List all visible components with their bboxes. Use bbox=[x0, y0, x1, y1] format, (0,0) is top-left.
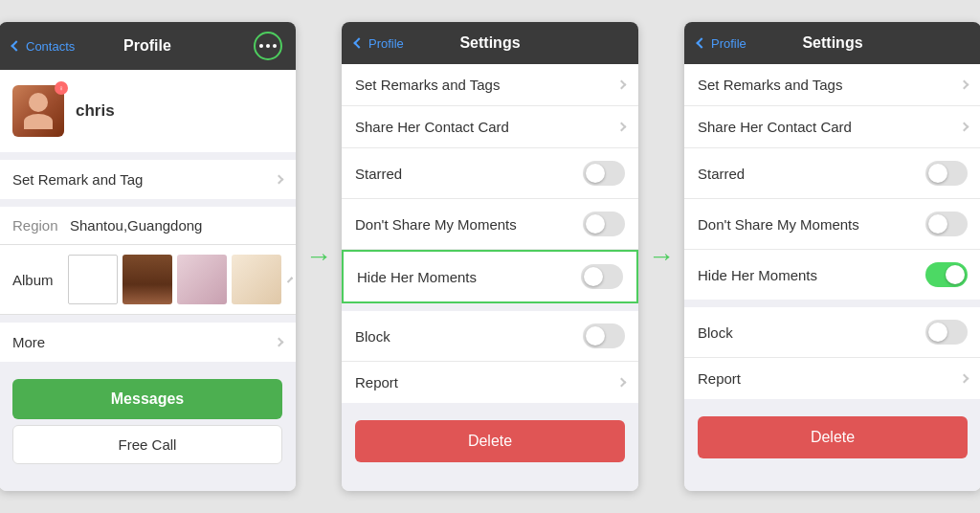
s3-starred-label: Starred bbox=[698, 166, 745, 182]
remarks-chevron-icon bbox=[617, 80, 627, 90]
contact-gender-icon: ♀ bbox=[55, 81, 68, 95]
arrow1-icon: → bbox=[305, 241, 332, 272]
hidemoments-toggle[interactable] bbox=[581, 264, 623, 289]
album-thumb-3[interactable] bbox=[177, 255, 227, 304]
screen3-bottom-section: Block Report bbox=[684, 307, 980, 399]
more-section: More bbox=[0, 323, 296, 362]
settings-row-block[interactable]: Block bbox=[342, 311, 638, 362]
set-remark-label: Set Remark and Tag bbox=[12, 171, 143, 188]
screen1-navbar: Contacts Profile bbox=[0, 22, 296, 70]
s3-settings-row-report[interactable]: Report bbox=[684, 358, 980, 399]
s3-settings-row-block[interactable]: Block bbox=[684, 307, 980, 358]
s3-settings-row-hidemoments[interactable]: Hide Her Moments bbox=[684, 250, 980, 300]
s3-hidemoments-toggle[interactable] bbox=[925, 262, 968, 287]
info-section: Region Shantou,Guangdong Album bbox=[0, 207, 296, 315]
freecall-button[interactable]: Free Call bbox=[12, 425, 282, 464]
settings-row-starred[interactable]: Starred bbox=[342, 148, 638, 199]
screen3-navbar: Profile Settings bbox=[684, 22, 980, 64]
screen2-title: Settings bbox=[459, 34, 520, 52]
album-label: Album bbox=[12, 272, 60, 288]
profile-header: ♀ chris bbox=[0, 70, 296, 152]
screen1-content: ♀ chris Set Remark and Tag Region Shanto… bbox=[0, 70, 296, 491]
screen3-delete-button[interactable]: Delete bbox=[698, 416, 968, 458]
screen1-back[interactable]: Contacts bbox=[12, 39, 75, 54]
contact-name: chris bbox=[76, 101, 115, 121]
s3-settings-row-dontshare[interactable]: Don't Share My Moments bbox=[684, 199, 980, 250]
album-row: Album bbox=[0, 245, 296, 315]
arrow1-container: → bbox=[305, 241, 332, 272]
report-chevron-icon bbox=[617, 378, 627, 388]
report-label: Report bbox=[355, 374, 398, 390]
s3-remarks-label: Set Remarks and Tags bbox=[698, 77, 842, 93]
dot3 bbox=[273, 44, 277, 48]
s3-report-chevron-icon bbox=[960, 374, 969, 384]
screen1-profile: Contacts Profile ♀ chris bbox=[0, 22, 296, 491]
screen2-navbar: Profile Settings bbox=[342, 22, 638, 64]
s3-hidemoments-label: Hide Her Moments bbox=[698, 267, 817, 283]
screen1-title: Profile bbox=[123, 37, 171, 55]
dontshare-label: Don't Share My Moments bbox=[355, 216, 517, 233]
screen2-top-section: Set Remarks and Tags Share Her Contact C… bbox=[342, 64, 638, 303]
screen2-bottom-section: Block Report bbox=[342, 311, 638, 403]
screen3-settings-updated: Profile Settings Set Remarks and Tags Sh… bbox=[684, 22, 980, 491]
set-remark-row[interactable]: Set Remark and Tag bbox=[0, 160, 296, 199]
s3-settings-row-share-contact[interactable]: Share Her Contact Card bbox=[684, 106, 980, 148]
album-images bbox=[68, 255, 281, 304]
screen2-back-chevron-icon bbox=[353, 37, 364, 48]
album-thumb-2[interactable] bbox=[122, 255, 172, 304]
settings-row-report[interactable]: Report bbox=[342, 362, 638, 403]
starred-toggle[interactable] bbox=[583, 161, 625, 186]
region-row: Region Shantou,Guangdong bbox=[0, 207, 296, 245]
screen2-delete-button[interactable]: Delete bbox=[355, 420, 625, 462]
album-thumb-1[interactable] bbox=[68, 255, 118, 304]
screen3-content: Set Remarks and Tags Share Her Contact C… bbox=[684, 64, 980, 491]
dot1 bbox=[259, 44, 263, 48]
screen3-title: Settings bbox=[802, 34, 862, 52]
remarks-label: Set Remarks and Tags bbox=[355, 77, 500, 93]
hidemoments-label: Hide Her Moments bbox=[357, 269, 477, 285]
more-options-button[interactable] bbox=[254, 32, 282, 60]
share-contact-label: Share Her Contact Card bbox=[355, 119, 509, 135]
arrow2-container: → bbox=[648, 241, 675, 272]
region-value: Shantou,Guangdong bbox=[70, 217, 202, 234]
screen2-settings: Profile Settings Set Remarks and Tags Sh… bbox=[342, 22, 638, 491]
settings-row-remarks[interactable]: Set Remarks and Tags bbox=[342, 64, 638, 106]
album-thumb-4[interactable] bbox=[232, 255, 281, 304]
more-row[interactable]: More bbox=[0, 323, 296, 362]
s3-report-label: Report bbox=[698, 370, 741, 387]
s3-dontshare-toggle[interactable] bbox=[925, 212, 968, 236]
block-toggle[interactable] bbox=[583, 323, 625, 348]
screen2-back-label[interactable]: Profile bbox=[368, 36, 404, 51]
screen1-back-label[interactable]: Contacts bbox=[26, 39, 75, 54]
settings-row-share-contact[interactable]: Share Her Contact Card bbox=[342, 106, 638, 148]
album-chevron-icon bbox=[287, 277, 293, 282]
more-label: More bbox=[12, 334, 45, 350]
back-chevron-icon bbox=[11, 40, 21, 51]
region-label: Region bbox=[12, 217, 70, 234]
avatar-wrapper: ♀ bbox=[12, 85, 64, 137]
starred-label: Starred bbox=[355, 166, 402, 182]
s3-remarks-chevron-icon bbox=[960, 80, 969, 90]
s3-dontshare-label: Don't Share My Moments bbox=[698, 216, 859, 233]
s3-share-contact-label: Share Her Contact Card bbox=[698, 119, 852, 135]
screen2-back[interactable]: Profile bbox=[355, 36, 404, 51]
share-contact-chevron-icon bbox=[617, 123, 627, 132]
screen3-top-section: Set Remarks and Tags Share Her Contact C… bbox=[684, 64, 980, 300]
dontshare-toggle[interactable] bbox=[583, 212, 625, 236]
s3-share-contact-chevron-icon bbox=[960, 123, 969, 132]
screen3-back-label[interactable]: Profile bbox=[711, 36, 746, 51]
messages-button[interactable]: Messages bbox=[12, 379, 282, 419]
screen3-back[interactable]: Profile bbox=[698, 36, 746, 51]
set-remark-chevron-icon bbox=[275, 175, 284, 185]
s3-settings-row-starred[interactable]: Starred bbox=[684, 148, 980, 199]
s3-block-toggle[interactable] bbox=[925, 320, 968, 345]
block-label: Block bbox=[355, 328, 390, 345]
s3-settings-row-remarks[interactable]: Set Remarks and Tags bbox=[684, 64, 980, 106]
settings-row-dontshare[interactable]: Don't Share My Moments bbox=[342, 199, 638, 250]
more-chevron-icon bbox=[275, 338, 284, 347]
dots-icon bbox=[259, 44, 277, 48]
arrow2-icon: → bbox=[648, 241, 675, 272]
s3-starred-toggle[interactable] bbox=[925, 161, 968, 186]
set-remark-section: Set Remark and Tag bbox=[0, 160, 296, 199]
settings-row-hidemoments[interactable]: Hide Her Moments bbox=[342, 250, 638, 303]
